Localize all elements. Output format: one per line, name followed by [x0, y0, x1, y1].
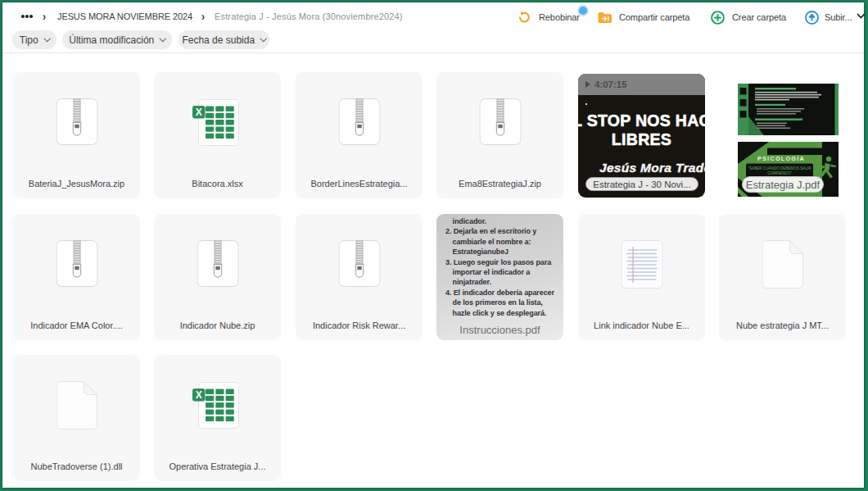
- svg-text:"SABER CUANDO DEBEMOS SALIR: "SABER CUANDO DEBEMOS SALIR: [748, 166, 811, 170]
- svg-text:PSICOLOGÍA: PSICOLOGÍA: [757, 155, 805, 162]
- svg-text:X: X: [195, 107, 201, 118]
- svg-text:CORRIENDO": CORRIENDO": [767, 171, 792, 175]
- svg-text:X: X: [195, 389, 201, 401]
